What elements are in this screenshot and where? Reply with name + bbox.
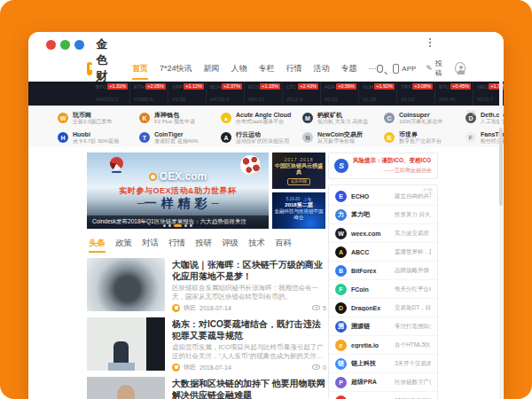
sponsor-item[interactable]: W 玩币网 全新2.0版已发布	[58, 112, 139, 125]
ticker-coin-name: NEO	[477, 84, 489, 90]
browser-window: 金色财经 首页7*24快讯新闻人物专栏行情活动专题··· APP ✎ 投稿 BT…	[28, 32, 504, 399]
sponsor-name: 链上科技	[351, 359, 390, 368]
nav-item[interactable]: 首页	[132, 63, 148, 74]
tab[interactable]: 对话	[142, 238, 159, 249]
tab[interactable]: 头条	[89, 238, 106, 249]
article-title[interactable]: 杨东：对ICO要疏堵结合，既打击违法犯罪又要疏导规范	[172, 318, 326, 341]
article-thumbnail[interactable]	[87, 317, 165, 371]
ticker-change-badge: +2.43%	[298, 83, 318, 90]
scrollbar-thumb[interactable]	[499, 128, 503, 206]
user-avatar[interactable]	[455, 62, 466, 74]
carousel-dot[interactable]	[190, 224, 192, 227]
risk-notice-card[interactable]: S 风险提示：谨防ICO、变相ICO ——互联网金融协会	[328, 153, 438, 179]
sidebar-sponsor-row[interactable]: e egretia.io 首个HTML5区块链引擎	[329, 336, 437, 355]
ticker-cell[interactable]: BCH +2.37% ¥4720.5	[207, 82, 245, 106]
nav-item[interactable]: 行情	[286, 63, 302, 74]
article-author[interactable]: 铁匠	[184, 303, 196, 312]
ticker-cell[interactable]: ADA +0.56% ¥0.92	[321, 82, 359, 106]
ticker-cell[interactable]: LTC +2.43% ¥512.4	[283, 82, 321, 106]
ticker-cell[interactable]: EOS +1.15% ¥50.21	[245, 82, 283, 106]
sidebar-sponsor-row[interactable]: D DragonEx 交易返DT，持有DT享分红	[329, 299, 437, 317]
nav-item[interactable]: 专题	[341, 63, 357, 74]
sidebar-sponsor-row[interactable]: P 超级PRA 区块链数字广告生态	[329, 373, 437, 392]
sidebar-sponsor-row[interactable]: F FCoin 每天分红平台收入80%	[329, 280, 437, 299]
ad-label: 广告	[423, 187, 434, 195]
carousel-banner[interactable]: OEX.com 实时参与OEX活动&助力世界杯 一样精彩 Coindesk发布2…	[87, 153, 269, 229]
carousel-dot[interactable]	[168, 224, 171, 227]
sponsor-desc: 交易返DT，持有DT享分红	[395, 304, 431, 312]
author-avatar-icon	[172, 364, 180, 372]
sponsor-item[interactable]: F FansTime 粉丝经济新形态	[466, 131, 504, 145]
ticker-cell[interactable]: TRX +3.08% ¥0.23	[397, 82, 435, 106]
sidebar-sponsor-row[interactable]: A ABCC 直播世界杯，赢108BTC	[329, 243, 437, 262]
sponsor-item[interactable]: N NewCoin交易所 百万新币等你领	[302, 131, 384, 145]
banner-button[interactable]: 精彩回顾	[287, 178, 310, 185]
sponsor-item[interactable]: M 蚂蚁矿机 低功耗 大算力 高收益	[302, 112, 384, 125]
tab[interactable]: 政策	[115, 238, 132, 249]
sidebar-sponsor-row[interactable]: 溯 溯源链 专注打造国际公链	[329, 317, 437, 336]
ticker-cell[interactable]: ETH +2.05% ¥2980.6	[130, 82, 168, 106]
search-icon[interactable]	[377, 65, 384, 73]
article-thumbnail[interactable]	[87, 377, 165, 399]
sidebar-sponsor-row[interactable]: W weex.com 实力派交易所 光速秒到	[329, 224, 437, 243]
ticker-change-badge: +1.12%	[184, 83, 204, 90]
article-title[interactable]: 大数据和区块链的加持下 他要用物联网解决供应链金融难题	[172, 378, 326, 399]
close-window-button[interactable]	[46, 40, 56, 50]
sponsor-item[interactable]: ▲ Acute Angle Cloud 分布式IaaS服务平台	[221, 112, 302, 125]
nav-item[interactable]: 7*24快讯	[160, 63, 192, 74]
article-row[interactable]: 大咖说｜张海晖：区块链千万级的商业化应用落地不是梦！ 区块链联合发展组织秘书长张…	[87, 255, 326, 315]
sponsor-name: DragonEx	[351, 305, 390, 311]
ticker-cell[interactable]: BTC +1.31% ¥41520.3	[92, 82, 130, 106]
carousel-dot[interactable]	[163, 224, 166, 227]
article-list: 大咖说｜张海晖：区块链千万级的商业化应用落地不是梦！ 区块链联合发展组织秘书长张…	[87, 255, 326, 399]
sponsor-item[interactable]: T CoinTiger 邀请好友 返佣40%	[139, 131, 221, 145]
ticker-cell[interactable]: XLM +1.92% ¥1.28	[359, 82, 397, 106]
maximize-window-button[interactable]	[74, 40, 84, 50]
tab[interactable]: 百科	[275, 238, 292, 249]
sponsor-item[interactable]: C Coinsuper 1000万豪礼派送中	[384, 112, 466, 125]
article-author[interactable]: 铁匠	[184, 363, 196, 372]
carousel-dot[interactable]	[174, 224, 182, 227]
sponsor-desc: 区块链数字广告生态	[395, 379, 431, 387]
tab[interactable]: 行情	[168, 238, 185, 249]
minimize-window-button[interactable]	[60, 40, 70, 50]
sponsor-icon: W	[335, 228, 347, 239]
ticker-coin-name: XLM	[363, 84, 373, 90]
carousel-dots	[87, 224, 269, 227]
article-row[interactable]: 大数据和区块链的加持下 他要用物联网解决供应链金融难题 在把目光投向物联网的同时…	[87, 374, 326, 399]
nav-item[interactable]: 专栏	[259, 63, 275, 74]
article-title[interactable]: 大咖说｜张海晖：区块链千万级的商业化应用落地不是梦！	[172, 259, 326, 282]
nav-item[interactable]: ···	[369, 64, 377, 73]
ticker-cell[interactable]: XRP +1.12% ¥3.08	[168, 82, 207, 106]
sidebar-sponsor-row[interactable]: 力 算力吧 投资算力 持久受益	[329, 206, 437, 224]
sponsor-item[interactable]: H Huobi 点卡9.7折 30%返佣	[58, 131, 139, 145]
side-banner-awards[interactable]: 2017·2018 中国区块链风云榜盛典 精彩回顾	[272, 153, 325, 189]
tab[interactable]: 技术	[248, 238, 265, 249]
sidebar-sponsor-row[interactable]: E ECHO 建立自由的共享生态	[329, 187, 437, 206]
nav-item[interactable]: 活动	[314, 63, 330, 74]
article-row[interactable]: 杨东：对ICO要疏堵结合，既打击违法犯罪又要疏导规范 虚拟货币发展，ICO项目兴…	[87, 315, 326, 374]
sponsor-name: 库神钱包	[154, 112, 195, 119]
carousel-dot[interactable]	[184, 224, 187, 227]
sponsor-item[interactable]: B 币世界 数字资产交易平台	[384, 131, 466, 145]
tab[interactable]: 评级	[222, 238, 239, 249]
sidebar-sponsor-row[interactable]: h hotchain 100万糖果任性送	[329, 392, 437, 399]
sponsor-name: NewCoin交易所	[317, 131, 363, 138]
sponsor-name: 币世界	[399, 131, 442, 138]
sponsor-item[interactable]: K 库神钱包 F2 Plus 预售申请	[139, 112, 221, 125]
ticker-change-badge: +1.31%	[107, 83, 128, 90]
tab[interactable]: 投研	[195, 238, 212, 249]
submit-article-button[interactable]: ✎ 投稿	[426, 59, 445, 78]
sponsor-item[interactable]: A 行云运动 运动挖矿的区块链应用	[221, 131, 302, 145]
ticker-more-menu[interactable]	[429, 38, 431, 47]
ticker-cell[interactable]: ETC +0.45% ¥98.45	[435, 82, 473, 106]
sponsor-icon: F	[335, 284, 347, 295]
app-download-button[interactable]: APP	[393, 64, 416, 74]
sidebar-sponsor-row[interactable]: B BitForex 品牌战略升级 全新启航	[329, 262, 437, 280]
side-banner-summit[interactable]: 5.19-20 · 上海 2018第二届 金融科技与区块链中国峰会	[272, 192, 325, 229]
sidebar-sponsor-row[interactable]: 链 链上科技 3天开个交易所	[329, 355, 437, 373]
page-scrollbar[interactable]	[499, 82, 503, 399]
article-thumbnail[interactable]	[87, 258, 165, 311]
nav-item[interactable]: 人物	[231, 63, 247, 74]
nav-item[interactable]: 新闻	[204, 63, 220, 74]
